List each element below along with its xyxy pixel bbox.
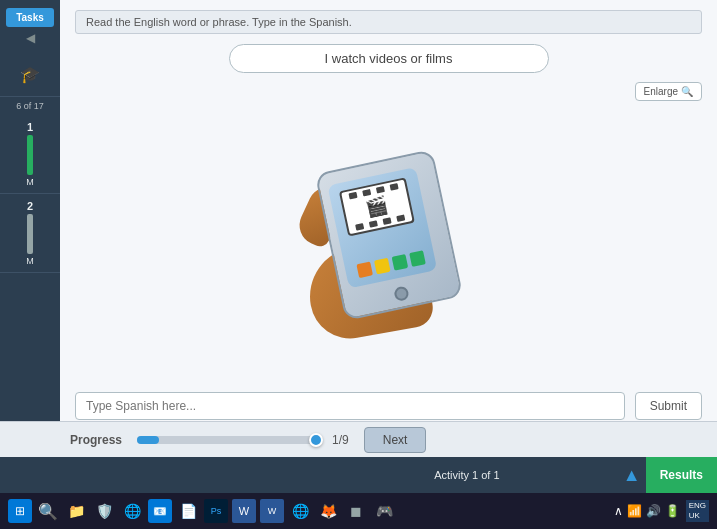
taskbar-icon-w[interactable]: W — [232, 499, 256, 523]
section-label-2: M — [26, 256, 34, 266]
image-area: 🎬 — [75, 106, 702, 384]
section-num-1: 1 — [27, 121, 33, 133]
main-content: Read the English word or phrase. Type in… — [60, 0, 717, 430]
color-squares — [356, 250, 425, 278]
enlarge-button[interactable]: Enlarge 🔍 — [635, 82, 702, 101]
film-hole — [368, 220, 377, 228]
film-hole — [396, 214, 405, 222]
film-hole — [362, 189, 371, 197]
network-icon[interactable]: 📶 — [627, 504, 642, 518]
start-button[interactable]: ⊞ — [8, 499, 32, 523]
taskbar-icon-game[interactable]: 🎮 — [372, 499, 396, 523]
taskbar-icon-chrome[interactable]: 🌐 — [288, 499, 312, 523]
answer-area: Submit — [75, 392, 702, 420]
taskbar-icon-file-explorer[interactable]: 📁 — [64, 499, 88, 523]
next-button[interactable]: Next — [364, 427, 427, 453]
taskbar-icon-outlook[interactable]: 📧 — [148, 499, 172, 523]
phrase-display: I watch videos or films — [229, 44, 549, 73]
graduation-icon: 🎓 — [20, 65, 40, 84]
sidebar-collapse-arrow[interactable]: ◀ — [26, 31, 35, 45]
progress-thumb — [309, 433, 323, 447]
submit-button[interactable]: Submit — [635, 392, 702, 420]
lang-label: ENG — [689, 501, 706, 511]
taskbar-right: ∧ 📶 🔊 🔋 ENG UK — [614, 500, 709, 521]
answer-input[interactable] — [75, 392, 625, 420]
results-button[interactable]: Results — [646, 457, 717, 493]
progress-indicator: 6 of 17 — [16, 101, 44, 111]
app-window: Tasks ◀ 🎓 6 of 17 1 M 2 M Read the Engli… — [0, 0, 717, 430]
film-strip: 🎬 — [338, 177, 414, 236]
taskbar-icon-misc[interactable]: ◼ — [344, 499, 368, 523]
color-square-orange — [356, 262, 373, 279]
section-num-2: 2 — [27, 200, 33, 212]
progress-fill — [137, 436, 159, 444]
tasks-button[interactable]: Tasks — [6, 8, 54, 27]
sidebar: Tasks ◀ 🎓 6 of 17 1 M 2 M — [0, 0, 60, 430]
section-label-1: M — [26, 177, 34, 187]
phone-screen: 🎬 — [327, 167, 437, 288]
battery-icon[interactable]: 🔋 — [665, 504, 680, 518]
phone-home-button — [393, 285, 410, 302]
progress-bar-1 — [27, 135, 33, 175]
sidebar-section-2: 2 M — [0, 194, 60, 273]
instruction-text: Read the English word or phrase. Type in… — [75, 10, 702, 34]
speaker-icon[interactable]: 🔊 — [646, 504, 661, 518]
windows-taskbar: ⊞ 🔍 📁 🛡️ 🌐 📧 📄 Ps W W 🌐 🦊 ◼ 🎮 ∧ 📶 🔊 🔋 EN… — [0, 493, 717, 529]
chevron-up-icon[interactable]: ∧ — [614, 504, 623, 518]
taskbar-icon-shield[interactable]: 🛡️ — [92, 499, 116, 523]
progress-label: Progress — [70, 433, 122, 447]
film-hole — [389, 183, 398, 191]
taskbar-icon-gecko[interactable]: 🦊 — [316, 499, 340, 523]
color-square-green — [391, 254, 408, 271]
sidebar-section-1: 1 M — [0, 115, 60, 194]
film-hole — [382, 217, 391, 225]
taskbar-icon-browser[interactable]: 🌐 — [120, 499, 144, 523]
film-hole — [375, 186, 384, 194]
taskbar-icon-word[interactable]: W — [260, 499, 284, 523]
activity-arrow-icon: ▲ — [623, 465, 641, 486]
search-taskbar-icon[interactable]: 🔍 — [36, 499, 60, 523]
phone-illustration: 🎬 — [299, 155, 479, 335]
progress-count: 1/9 — [332, 433, 349, 447]
film-hole — [348, 192, 357, 200]
search-icon: 🔍 — [38, 502, 58, 521]
color-square-green2 — [409, 250, 426, 267]
enlarge-label: Enlarge — [644, 86, 678, 97]
magnify-icon: 🔍 — [681, 86, 693, 97]
taskbar-icon-acrobat[interactable]: 📄 — [176, 499, 200, 523]
region-label: UK — [689, 511, 706, 521]
progress-bar-area: Progress 1/9 Next — [0, 421, 717, 457]
taskbar-icon-ps[interactable]: Ps — [204, 499, 228, 523]
language-indicator[interactable]: ENG UK — [686, 500, 709, 521]
activity-bar: Activity 1 of 1 ▲ Results — [0, 457, 717, 493]
activity-label: Activity 1 of 1 — [434, 469, 499, 481]
film-hole — [355, 223, 364, 231]
color-square-yellow — [374, 258, 391, 275]
progress-track — [137, 436, 317, 444]
sidebar-item-1: 🎓 — [0, 53, 60, 97]
system-tray-icons: ∧ 📶 🔊 🔋 — [614, 504, 680, 518]
progress-bar-2 — [27, 214, 33, 254]
